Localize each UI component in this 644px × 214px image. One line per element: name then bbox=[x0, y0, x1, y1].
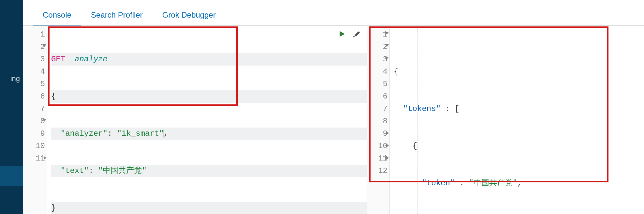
nav-sidebar: ing bbox=[0, 0, 23, 214]
fold-icon[interactable] bbox=[42, 44, 46, 47]
fold-icon[interactable] bbox=[386, 156, 389, 160]
fold-icon[interactable] bbox=[385, 57, 389, 59]
tab-bar: Console Search Profiler Grok Debugger bbox=[23, 0, 644, 26]
wrench-icon[interactable] bbox=[352, 30, 361, 38]
indent-guide bbox=[417, 28, 418, 214]
split-panes: 1 2 3 4 5 6 7 8 9 10 11 GET _analyze { "… bbox=[23, 26, 644, 214]
response-pane: 1 2 3 4 5 6 7 8 9 10 11 12 { "tokens" : bbox=[367, 26, 644, 214]
fold-icon[interactable] bbox=[42, 119, 46, 121]
request-code[interactable]: GET _analyze { "analyzer": "ik_smart", "… bbox=[47, 26, 367, 214]
fold-icon[interactable] bbox=[386, 131, 389, 135]
request-actions bbox=[338, 30, 361, 38]
tab-grok-debugger[interactable]: Grok Debugger bbox=[153, 7, 226, 25]
request-pane: 1 2 3 4 5 6 7 8 9 10 11 GET _analyze { "… bbox=[23, 26, 367, 214]
request-editor[interactable]: 1 2 3 4 5 6 7 8 9 10 11 GET _analyze { "… bbox=[23, 26, 367, 214]
main-area: Console Search Profiler Grok Debugger 1 … bbox=[23, 0, 644, 214]
sidebar-item-partial[interactable]: ing bbox=[10, 74, 20, 83]
tab-console[interactable]: Console bbox=[33, 7, 81, 25]
fold-icon[interactable] bbox=[385, 32, 389, 35]
play-icon[interactable] bbox=[338, 30, 346, 38]
tab-search-profiler[interactable]: Search Profiler bbox=[81, 7, 153, 25]
response-gutter: 1 2 3 4 5 6 7 8 9 10 11 12 bbox=[367, 26, 390, 214]
response-code: { "tokens" : [ { "token" : "中国共产党", "sta… bbox=[390, 26, 644, 214]
sidebar-item-active[interactable] bbox=[0, 166, 23, 186]
request-gutter: 1 2 3 4 5 6 7 8 9 10 11 bbox=[23, 26, 47, 214]
response-editor[interactable]: 1 2 3 4 5 6 7 8 9 10 11 12 { "tokens" : bbox=[367, 26, 644, 214]
fold-icon[interactable] bbox=[386, 144, 389, 147]
fold-icon[interactable] bbox=[385, 44, 389, 47]
fold-icon[interactable] bbox=[44, 156, 46, 160]
